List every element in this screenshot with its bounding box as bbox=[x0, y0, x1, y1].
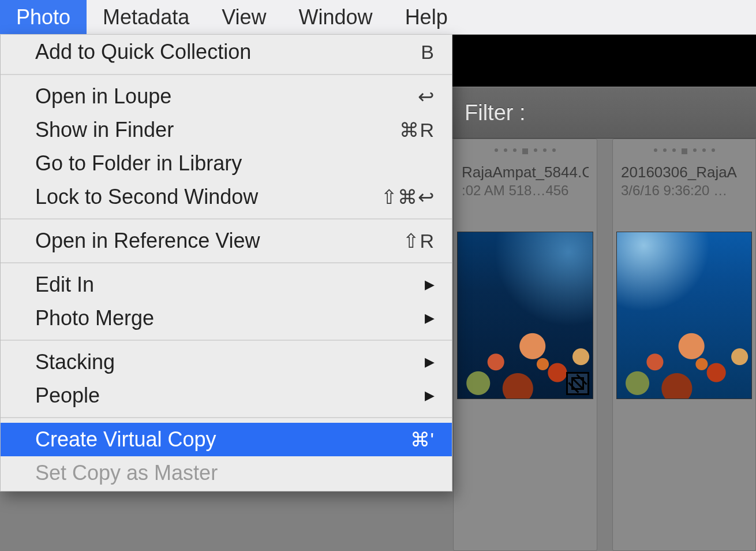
thumbnail-meta: :02 AM 518…456 bbox=[462, 183, 589, 199]
menu-help[interactable]: Help bbox=[389, 0, 464, 34]
menu-separator bbox=[1, 417, 452, 418]
photo-menu-dropdown: Add to Quick Collection B Open in Loupe … bbox=[0, 35, 452, 492]
menu-item-label: Go to Folder in Library bbox=[35, 151, 435, 176]
menu-separator bbox=[1, 74, 452, 75]
menu-item-edit-in[interactable]: Edit In ▶ bbox=[1, 268, 452, 301]
menu-label: Metadata bbox=[103, 5, 189, 29]
submenu-arrow-icon: ▶ bbox=[425, 311, 435, 326]
menu-item-set-copy-as-master: Set Copy as Master bbox=[1, 456, 452, 490]
menu-item-add-to-quick-collection[interactable]: Add to Quick Collection B bbox=[1, 35, 452, 69]
menu-photo[interactable]: Photo bbox=[0, 0, 87, 34]
thumbnail-image[interactable] bbox=[457, 232, 593, 399]
menu-metadata[interactable]: Metadata bbox=[87, 0, 205, 34]
menu-item-label: People bbox=[35, 384, 425, 408]
menu-label: View bbox=[222, 5, 266, 29]
menu-item-stacking[interactable]: Stacking ▶ bbox=[1, 345, 452, 379]
menu-separator bbox=[1, 340, 452, 341]
menu-label: Photo bbox=[16, 5, 70, 29]
menu-item-create-virtual-copy[interactable]: Create Virtual Copy ⌘' bbox=[1, 423, 452, 456]
menu-item-shortcut: ⇧⌘↩ bbox=[381, 185, 435, 209]
menu-item-go-to-folder[interactable]: Go to Folder in Library bbox=[1, 147, 452, 180]
thumbnail-header: 20160306_RajaA 3/6/16 9:36:20 … bbox=[613, 146, 755, 215]
menu-item-shortcut: ↩ bbox=[418, 85, 435, 108]
filter-label: Filter : bbox=[465, 100, 526, 125]
menu-item-label: Edit In bbox=[35, 273, 425, 297]
thumbnail-image[interactable] bbox=[616, 232, 752, 399]
menu-item-lock-second-window[interactable]: Lock to Second Window ⇧⌘↩ bbox=[1, 180, 452, 214]
menubar: Photo Metadata View Window Help bbox=[0, 0, 756, 35]
menu-item-shortcut: ⇧R bbox=[403, 229, 435, 252]
menu-item-people[interactable]: People ▶ bbox=[1, 379, 452, 412]
menu-label: Help bbox=[405, 5, 448, 29]
menu-item-show-in-finder[interactable]: Show in Finder ⌘R bbox=[1, 113, 452, 147]
menu-item-shortcut: ⌘' bbox=[410, 428, 435, 451]
menu-window[interactable]: Window bbox=[283, 0, 389, 34]
menu-item-open-in-loupe[interactable]: Open in Loupe ↩ bbox=[1, 80, 452, 113]
thumbnail-cell[interactable]: RajaAmpat_5844.CR2 :02 AM 518…456 bbox=[453, 139, 597, 551]
menu-item-label: Create Virtual Copy bbox=[35, 427, 410, 452]
menu-separator bbox=[1, 262, 452, 263]
thumbnail-filename: RajaAmpat_5844.CR2 bbox=[462, 163, 589, 181]
menu-item-label: Add to Quick Collection bbox=[35, 40, 421, 64]
menu-item-label: Stacking bbox=[35, 350, 425, 374]
thumbnail-cell[interactable]: 20160306_RajaA 3/6/16 9:36:20 … bbox=[612, 139, 756, 551]
menu-item-label: Open in Reference View bbox=[35, 229, 403, 253]
submenu-arrow-icon: ▶ bbox=[425, 388, 435, 403]
metadata-badge-icon[interactable] bbox=[566, 372, 589, 395]
menu-item-photo-merge[interactable]: Photo Merge ▶ bbox=[1, 301, 452, 335]
menu-item-open-reference-view[interactable]: Open in Reference View ⇧R bbox=[1, 224, 452, 258]
thumbnail-filename: 20160306_RajaA bbox=[621, 163, 747, 181]
menu-item-label: Photo Merge bbox=[35, 306, 425, 330]
menu-item-shortcut: B bbox=[421, 41, 435, 64]
menu-view[interactable]: View bbox=[205, 0, 282, 34]
pager-dots bbox=[621, 148, 747, 154]
menu-item-label: Show in Finder bbox=[35, 118, 399, 142]
menu-item-label: Set Copy as Master bbox=[35, 461, 435, 485]
pager-dots bbox=[462, 148, 589, 154]
menu-item-label: Open in Loupe bbox=[35, 84, 418, 109]
submenu-arrow-icon: ▶ bbox=[425, 277, 435, 292]
menu-item-shortcut: ⌘R bbox=[399, 118, 435, 142]
menu-item-label: Lock to Second Window bbox=[35, 185, 381, 209]
menu-separator bbox=[1, 218, 452, 219]
thumbnail-header: RajaAmpat_5844.CR2 :02 AM 518…456 bbox=[454, 146, 597, 215]
submenu-arrow-icon: ▶ bbox=[425, 355, 435, 370]
thumbnail-meta: 3/6/16 9:36:20 … bbox=[621, 183, 747, 199]
menu-label: Window bbox=[299, 5, 373, 29]
coral-illustration bbox=[616, 299, 752, 399]
